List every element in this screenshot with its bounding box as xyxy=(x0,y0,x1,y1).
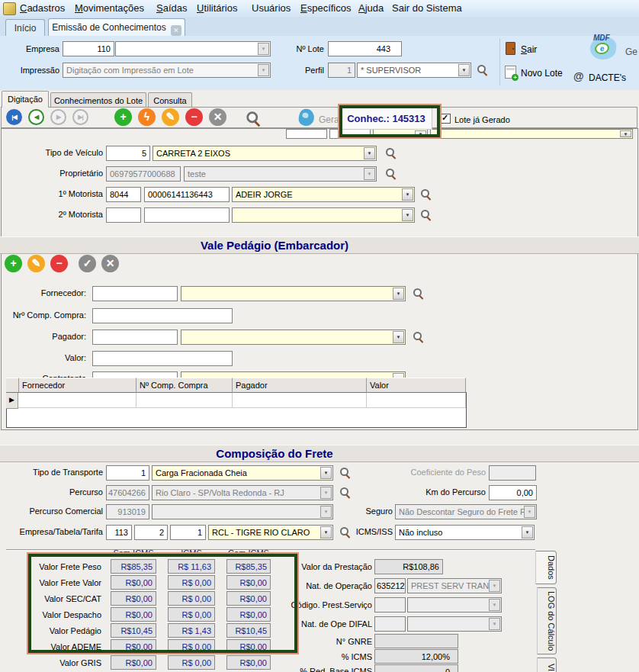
fornecedor-code-field[interactable] xyxy=(92,286,178,301)
side-tab-dados[interactable]: Dados xyxy=(535,551,557,584)
tarifa-combobox[interactable]: RCL - TIGRE RIO CLARO ▼ xyxy=(208,525,333,540)
tab-emissao-conhecimentos[interactable]: Emissão de Conhecimentos✕ xyxy=(48,18,185,36)
nat-operacao-combobox[interactable]: PREST SERV TRANSI ▼ xyxy=(407,578,502,593)
dropdown-arrow-icon[interactable]: ▼ xyxy=(258,43,269,55)
dacte-link[interactable]: DACTE's xyxy=(589,72,626,83)
proprietario-combobox[interactable]: teste ▼ xyxy=(184,166,377,182)
sair-button[interactable]: Sair xyxy=(521,44,537,55)
empresa-code-field[interactable]: 110 xyxy=(63,41,114,56)
tipo-veiculo-search-icon[interactable] xyxy=(385,147,397,159)
menu-cadastros[interactable]: Cadastros xyxy=(20,2,65,14)
grid-header-fornecedor[interactable]: Fornecedor xyxy=(19,378,136,393)
motorista2-combobox[interactable]: ▼ xyxy=(232,207,415,223)
vp-confirm-button[interactable]: ✓ xyxy=(79,255,96,272)
nav-last-button[interactable]: ▶| xyxy=(72,109,88,125)
mdfe-gerar-label[interactable]: Ge xyxy=(625,47,637,57)
nat-operacao-code-field[interactable]: 635212 xyxy=(374,578,406,593)
menu-usuarios[interactable]: Usuários xyxy=(252,2,291,14)
motorista2-code-field[interactable] xyxy=(106,207,141,223)
empresa-num-field[interactable]: 113 xyxy=(106,525,132,540)
percurso-search-icon[interactable] xyxy=(339,487,352,499)
motorista1-doc-field[interactable]: 00006141136443 xyxy=(144,187,230,202)
menu-utilitarios[interactable]: Utilitários xyxy=(197,2,237,14)
grid-cell[interactable] xyxy=(233,393,367,408)
motorista1-code-field[interactable]: 8044 xyxy=(106,187,141,202)
edit-pencil-button[interactable]: ✎ xyxy=(162,108,179,126)
dropdown-arrow-icon[interactable]: ▼ xyxy=(458,64,470,76)
coef-peso-field[interactable] xyxy=(489,465,536,481)
dropdown-arrow-icon[interactable]: ▼ xyxy=(620,130,631,137)
grid-header-comp-compra[interactable]: Nº Comp. Compra xyxy=(136,378,233,393)
dropdown-arrow-icon[interactable]: ▼ xyxy=(320,487,332,499)
grid-cell[interactable] xyxy=(367,393,466,408)
menu-ajuda[interactable]: Ajuda xyxy=(358,2,384,14)
side-tab-log-calculo[interactable]: LOG do Cálculo xyxy=(537,587,557,654)
percurso-comercial-code-field[interactable]: 913019 xyxy=(106,504,149,519)
tab-conhecimentos-do-lote[interactable]: Conhecimentos do Lote xyxy=(50,92,146,108)
delete-button[interactable]: − xyxy=(185,108,203,126)
tab-inicio[interactable]: Início xyxy=(5,19,45,36)
nav-first-button[interactable]: |◀ xyxy=(6,109,22,125)
nat-difal-combobox[interactable]: ▼ xyxy=(407,616,502,632)
dropdown-arrow-icon[interactable]: ▼ xyxy=(393,331,404,343)
gerar-label[interactable]: Gerar xyxy=(319,114,342,125)
close-tab-icon[interactable]: ✕ xyxy=(171,25,181,36)
grid-cell[interactable] xyxy=(18,393,136,408)
dropdown-arrow-icon[interactable]: ▼ xyxy=(402,209,413,221)
grid-header-pagador[interactable]: Pagador xyxy=(233,378,367,393)
dropdown-arrow-icon[interactable]: ▼ xyxy=(489,618,500,630)
clipped-field[interactable] xyxy=(286,129,327,139)
impressao-combobox[interactable]: Digitação com Impressão em Lote ▼ xyxy=(63,63,271,78)
dropdown-arrow-icon[interactable]: ▼ xyxy=(320,526,332,539)
motorista1-search-icon[interactable] xyxy=(420,188,432,201)
tab-digitacao[interactable]: Digitação xyxy=(2,91,49,108)
toolbar-search-icon[interactable] xyxy=(246,111,262,127)
vp-delete-button[interactable]: − xyxy=(50,255,68,272)
tabela-num-field[interactable]: 2 xyxy=(134,525,168,540)
mdfe-logo[interactable]: MDF e xyxy=(586,34,624,63)
dropdown-arrow-icon[interactable]: ▼ xyxy=(489,599,500,611)
menu-saidas[interactable]: Saídas xyxy=(156,2,187,14)
clipped-combobox[interactable]: ▼ xyxy=(430,129,633,139)
insert-button[interactable]: + xyxy=(114,108,132,126)
proprietario-code-field[interactable]: 06979577000688 xyxy=(106,166,181,182)
motorista2-search-icon[interactable] xyxy=(420,209,432,221)
tab-consulta[interactable]: Consulta xyxy=(148,92,192,108)
grid-cell[interactable] xyxy=(136,393,233,408)
grid-header-valor[interactable]: Valor xyxy=(367,378,466,393)
dropdown-arrow-icon[interactable]: ▼ xyxy=(402,188,413,201)
nat-difal-code-field[interactable] xyxy=(374,616,406,632)
menu-especificos[interactable]: Específicos xyxy=(300,2,351,14)
percurso-combobox[interactable]: Rio Claro - SP/Volta Redonda - RJ ▼ xyxy=(152,485,333,500)
nav-next-button[interactable]: ▶ xyxy=(50,109,66,125)
dropdown-arrow-icon[interactable]: ▼ xyxy=(320,467,332,479)
percurso-code-field[interactable]: 47604266 xyxy=(106,485,149,500)
pagador-code-field[interactable] xyxy=(92,330,178,345)
perfil-search-icon[interactable] xyxy=(477,64,489,76)
menu-movimentacoes[interactable]: Movimentações xyxy=(75,2,144,14)
percurso-comercial-combobox[interactable]: ▼ xyxy=(152,504,333,519)
clipped-field[interactable] xyxy=(329,129,371,139)
dropdown-arrow-icon[interactable]: ▼ xyxy=(364,147,375,159)
motorista1-combobox[interactable]: ADEIR JORGE ▼ xyxy=(232,187,415,202)
lote-gerado-checkbox[interactable]: ✓ xyxy=(441,114,451,124)
tipo-transporte-search-icon[interactable] xyxy=(339,467,352,479)
post-lightning-button[interactable]: ϟ xyxy=(138,108,156,126)
km-percurso-field[interactable]: 0,00 xyxy=(489,485,537,500)
cod-prest-code-field[interactable] xyxy=(374,597,406,613)
grid-row-selector[interactable]: ▶ xyxy=(6,393,18,409)
motorista2-doc-field[interactable] xyxy=(144,207,230,223)
seguro-combobox[interactable]: Não Descontar Seguro do Frete P ▼ xyxy=(395,504,537,519)
dropdown-arrow-icon[interactable]: ▼ xyxy=(393,288,404,300)
vp-insert-button[interactable]: + xyxy=(5,255,22,272)
clipped-combobox[interactable]: ▼ xyxy=(373,129,428,139)
dropdown-arrow-icon[interactable]: ▼ xyxy=(415,130,426,137)
vp-cancel-button[interactable]: ✕ xyxy=(101,255,119,272)
dropdown-arrow-icon[interactable]: ▼ xyxy=(524,506,535,518)
tarifa-num-field[interactable]: 1 xyxy=(170,525,206,540)
dropdown-arrow-icon[interactable]: ▼ xyxy=(489,580,500,592)
comp-compra-field[interactable] xyxy=(92,308,233,323)
lote-field[interactable]: 443 xyxy=(328,41,402,56)
tipo-veiculo-combobox[interactable]: CARRETA 2 EIXOS ▼ xyxy=(153,146,377,161)
valor-field[interactable] xyxy=(92,351,233,366)
